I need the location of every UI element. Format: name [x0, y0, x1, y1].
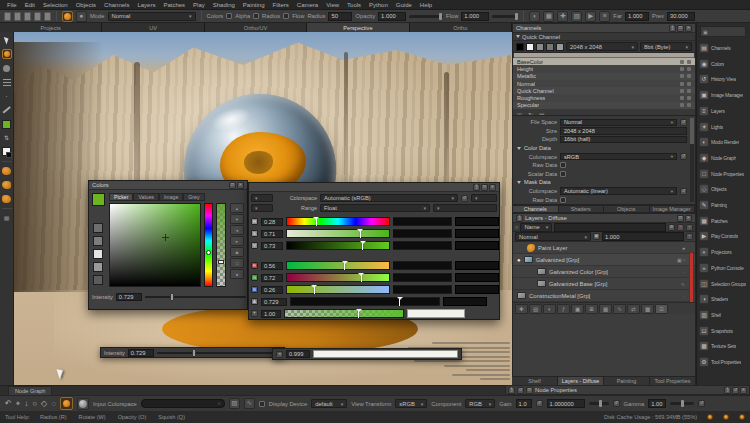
sidebar-item-projectors[interactable]: ⌖Projectors	[699, 245, 749, 259]
flow-slider[interactable]	[492, 15, 518, 18]
sidebar-item-play-controls[interactable]: ▶Play Controls	[699, 229, 749, 243]
recent-swatch[interactable]	[93, 275, 103, 285]
reset-icon[interactable]: ↺	[613, 400, 620, 407]
sidebar-item-lights[interactable]: ☀Lights	[699, 120, 749, 134]
gamma-slider[interactable]	[670, 402, 694, 405]
sidebar-item-channels[interactable]: ▤Channels	[699, 41, 749, 55]
play-icon[interactable]: ▶	[585, 11, 596, 22]
open-project-icon[interactable]	[14, 12, 21, 21]
slider-handle[interactable]	[344, 263, 345, 270]
slider-handle[interactable]	[314, 287, 315, 294]
s-field[interactable]: 0.71	[261, 230, 283, 238]
panel-tab-channels[interactable]: Channels	[513, 206, 559, 212]
collapsed-dropdown[interactable]: ▾	[251, 204, 273, 212]
swatch-field[interactable]: 1.00	[261, 310, 281, 318]
b-field[interactable]: 0.26	[261, 286, 283, 294]
sidebar-item-snapshots[interactable]: ⊡Snapshots	[699, 324, 749, 338]
visibility-icon[interactable]: ·	[683, 269, 685, 275]
panel-tab-objects[interactable]: Objects	[604, 206, 650, 212]
color-swatch-gray1[interactable]	[536, 43, 544, 51]
option-icon[interactable]: ▴	[230, 203, 244, 213]
collapsed-dropdown[interactable]: ▾	[251, 194, 273, 202]
eraser-tool-button[interactable]: ●	[76, 11, 87, 22]
viewport-tab-projects[interactable]: Projects	[0, 23, 102, 32]
prev-field[interactable]: 30.000	[667, 12, 695, 21]
close-icon[interactable]: ✕	[489, 184, 496, 191]
pin-icon[interactable]: §	[669, 25, 676, 32]
close-icon[interactable]: ✕	[685, 25, 692, 32]
radius-checkbox[interactable]	[253, 13, 259, 19]
g-extra-field[interactable]	[455, 273, 499, 282]
option-icon[interactable]: ■	[230, 247, 244, 257]
menu-selection[interactable]: Selection	[39, 0, 72, 10]
symmetry-icon[interactable]: ◐	[529, 11, 540, 22]
menu-view[interactable]: View	[322, 0, 343, 10]
vector-tool[interactable]	[2, 105, 12, 115]
float-icon[interactable]: ⊡	[677, 25, 684, 32]
paint-target-icon[interactable]: ▨	[229, 398, 240, 409]
alpha-field[interactable]: 0.729	[261, 298, 287, 306]
paint-mode-dropdown[interactable]: Normal▾	[108, 12, 196, 21]
viewport-tab-ortho-uv[interactable]: Ortho/UV	[205, 23, 307, 32]
mask-icon[interactable]: ▨	[571, 11, 582, 22]
colors-tab-image[interactable]: Image	[159, 193, 183, 201]
menu-file[interactable]: File	[3, 0, 21, 10]
raw-data-checkbox[interactable]	[560, 162, 566, 168]
panel-tab-image-manager[interactable]: Image Manager	[650, 206, 696, 212]
saturation-value-picker[interactable]	[109, 203, 201, 287]
layer-amount-slider[interactable]: 1.000	[602, 232, 684, 241]
reset-icon[interactable]: ↺	[536, 400, 543, 407]
slider-handle[interactable]	[360, 231, 361, 238]
undo-icon[interactable]: ↶	[5, 400, 12, 408]
flow-field[interactable]: 1.000	[461, 12, 489, 21]
color-swatch-gray2[interactable]	[546, 43, 554, 51]
close-icon[interactable]: ✕	[237, 182, 244, 189]
intensity-slider[interactable]	[145, 296, 246, 298]
properties-scrollbar[interactable]	[690, 118, 694, 202]
procedural-icon[interactable]: ƒ	[557, 304, 570, 314]
paint-buffer-tool-1[interactable]	[2, 166, 12, 176]
floating-intensity-field[interactable]: 0.729	[128, 349, 154, 357]
sidebar-item-shaders[interactable]: ◑Shaders	[699, 292, 749, 306]
color-swatch-gray3[interactable]	[556, 43, 564, 51]
swap-colors-button[interactable]: ⇅	[2, 133, 12, 143]
slider-handle[interactable]	[362, 243, 363, 250]
soft-circle-icon[interactable]: ◌	[51, 400, 56, 408]
option-icon[interactable]: ▸	[230, 236, 244, 246]
undo-icon[interactable]	[34, 12, 41, 21]
viewport-tab-perspective[interactable]: Perspective	[307, 23, 409, 32]
sidebar-item-node-graph[interactable]: ◆Node Graph	[699, 151, 749, 165]
swatch-alpha-slider[interactable]	[284, 309, 404, 318]
float-icon[interactable]: ⊡	[229, 182, 236, 189]
sidebar-item-painting[interactable]: ✎Painting	[699, 198, 749, 212]
sidebar-item-node-properties[interactable]: □Node Properties	[699, 167, 749, 181]
close-icon[interactable]: ✕	[740, 387, 747, 394]
sidebar-item-modo-render[interactable]: ◐Modo Render	[699, 135, 749, 149]
active-brush-button[interactable]	[60, 397, 73, 410]
layer-filter-dropdown[interactable]: Name▾	[520, 223, 552, 232]
h-extra-field[interactable]	[455, 217, 499, 226]
mask-colorspace-dropdown[interactable]: Automatic (linear)▾	[560, 187, 677, 195]
paint-buffer-tool-2[interactable]	[2, 180, 12, 190]
color-swatch-white[interactable]	[526, 43, 534, 51]
extra-dropdown[interactable]: ▾	[471, 194, 497, 202]
reset-icon[interactable]: ↺	[698, 400, 705, 407]
node-graph-tab[interactable]: Node Graph	[8, 386, 52, 395]
sidebar-item-history-view[interactable]: ↺History View	[699, 72, 749, 86]
mask-data-section[interactable]: Mask Data	[513, 178, 695, 187]
float-icon[interactable]: ⊡	[677, 215, 684, 222]
opacity-field[interactable]: 1.000	[378, 12, 406, 21]
option-icon[interactable]: ◂	[276, 351, 283, 358]
gamma-field[interactable]: 1.00	[648, 399, 666, 408]
current-color-swatch[interactable]	[92, 193, 105, 206]
color-data-section[interactable]: Color Data	[513, 144, 695, 153]
warp-tool[interactable]	[2, 77, 12, 87]
option-icon[interactable]: □	[230, 258, 244, 268]
alpha-slider[interactable]	[290, 297, 440, 306]
sidebar-item-objects[interactable]: ◇Objects	[699, 182, 749, 196]
alpha-strip[interactable]	[216, 203, 226, 287]
curve-icon[interactable]: ∿	[681, 281, 685, 287]
menu-tools[interactable]: Tools	[343, 0, 365, 10]
alpha-extra-field[interactable]	[443, 297, 487, 306]
paint-tool-button[interactable]	[62, 11, 73, 22]
